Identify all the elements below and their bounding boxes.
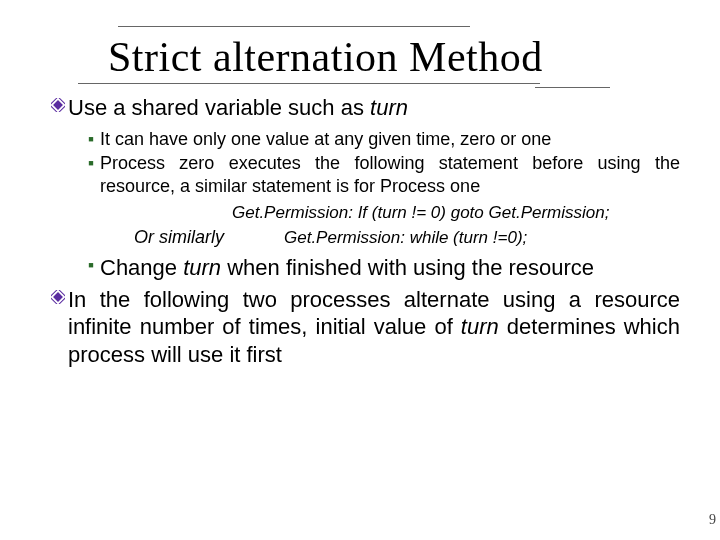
bullet-2-ital: turn xyxy=(461,314,499,339)
rule-bottom-main xyxy=(78,83,540,84)
or-label: Or similarly xyxy=(82,227,284,248)
slide: Strict alternation Method Use a shared v… xyxy=(0,0,720,540)
sub-3-post: when finished with using the resource xyxy=(221,255,594,280)
square-icon: ■ xyxy=(82,254,100,270)
sub-2-text: Process zero executes the following stat… xyxy=(100,152,680,197)
page-number: 9 xyxy=(709,512,716,528)
rule-bottom xyxy=(78,83,670,84)
bullet-2-text: In the following two processes alternate… xyxy=(68,286,680,369)
sub-1-text: It can have only one value at any given … xyxy=(100,128,680,151)
rule-top xyxy=(118,26,470,27)
rule-bottom-step xyxy=(535,87,610,88)
svg-rect-0 xyxy=(53,100,63,110)
square-icon: ■ xyxy=(82,128,100,144)
slide-title: Strict alternation Method xyxy=(108,33,670,81)
bullet-1-subgroup: ■ It can have only one value at any give… xyxy=(82,128,680,282)
diamond-icon xyxy=(48,94,68,112)
code-line-2: Get.Permission: while (turn !=0); xyxy=(284,228,527,248)
square-icon: ■ xyxy=(82,152,100,168)
bullet-1-pre: Use a shared variable such as xyxy=(68,95,370,120)
sub-3-text: Change turn when finished with using the… xyxy=(100,254,680,282)
bullet-1-ital: turn xyxy=(370,95,408,120)
title-block: Strict alternation Method xyxy=(78,26,670,84)
sub-1: ■ It can have only one value at any give… xyxy=(82,128,680,151)
bullet-2: In the following two processes alternate… xyxy=(48,286,680,369)
sub-2: ■ Process zero executes the following st… xyxy=(82,152,680,197)
or-row: Or similarly Get.Permission: while (turn… xyxy=(82,227,680,248)
bullet-1-text: Use a shared variable such as turn xyxy=(68,94,680,122)
sub-3-ital: turn xyxy=(183,255,221,280)
sub-3-pre: Change xyxy=(100,255,183,280)
bullet-1: Use a shared variable such as turn xyxy=(48,94,680,122)
svg-rect-2 xyxy=(53,292,63,302)
content: Use a shared variable such as turn ■ It … xyxy=(48,94,680,368)
sub-3: ■ Change turn when finished with using t… xyxy=(82,254,680,282)
code-line-1: Get.Permission: If (turn != 0) goto Get.… xyxy=(232,203,680,223)
diamond-icon xyxy=(48,286,68,304)
